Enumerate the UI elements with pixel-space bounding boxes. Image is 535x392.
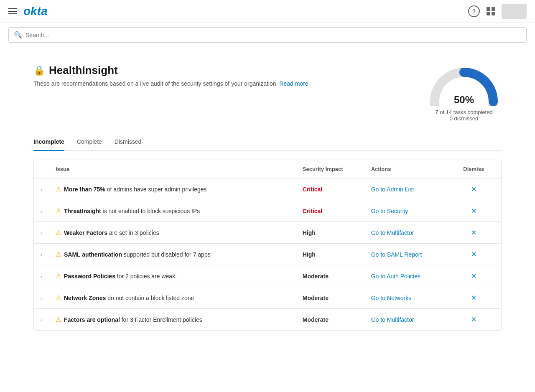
severity-badge: Moderate bbox=[303, 273, 329, 280]
row-dismiss-3: ✕ bbox=[446, 244, 501, 265]
row-dismiss-4: ✕ bbox=[446, 265, 501, 287]
dismiss-button[interactable]: ✕ bbox=[471, 272, 476, 280]
app-header: okta ? bbox=[0, 0, 535, 23]
warning-icon: ⚠ bbox=[56, 185, 61, 193]
page-title-row: 🔒 HealthInsight bbox=[33, 64, 308, 77]
row-expand-3[interactable]: › bbox=[34, 244, 49, 265]
severity-badge: Critical bbox=[303, 208, 322, 214]
warning-icon: ⚠ bbox=[56, 229, 61, 237]
action-link[interactable]: Go to Networks bbox=[371, 295, 411, 301]
table-row: › ⚠ Factors are optional for 3 Factor En… bbox=[34, 309, 501, 331]
row-dismiss-1: ✕ bbox=[446, 200, 501, 222]
search-input[interactable] bbox=[25, 32, 521, 38]
row-action-0: Go to Admin List bbox=[364, 178, 446, 200]
header-left: okta bbox=[8, 5, 48, 18]
dismiss-button[interactable]: ✕ bbox=[471, 294, 476, 301]
chevron-right-icon: › bbox=[41, 209, 42, 214]
table-row: › ⚠ SAML authentication supported but di… bbox=[34, 244, 501, 265]
search-icon: 🔍 bbox=[14, 31, 22, 39]
grid-icon[interactable] bbox=[487, 7, 495, 15]
row-expand-6[interactable]: › bbox=[34, 309, 49, 331]
row-issue-0: ⚠ More than 75% of admins have super adm… bbox=[49, 178, 296, 200]
row-action-4: Go to Auth Policies bbox=[364, 265, 446, 287]
main-content: 🔒 HealthInsight These are recommendation… bbox=[0, 47, 535, 347]
action-link[interactable]: Go to Admin List bbox=[371, 186, 414, 193]
row-issue-1: ⚠ ThreatInsight is not enabled to block … bbox=[49, 200, 296, 222]
chevron-right-icon: › bbox=[41, 230, 42, 236]
tab-incomplete[interactable]: Incomplete bbox=[33, 134, 64, 151]
dismiss-button[interactable]: ✕ bbox=[471, 316, 476, 323]
warning-icon: ⚠ bbox=[56, 316, 61, 323]
row-severity-5: Moderate bbox=[296, 287, 364, 309]
subtitle-text: These are recommendations based on a liv… bbox=[33, 80, 278, 87]
table-row: › ⚠ ThreatInsight is not enabled to bloc… bbox=[34, 200, 501, 222]
warning-icon: ⚠ bbox=[56, 250, 61, 258]
search-container: 🔍 bbox=[8, 27, 527, 43]
user-avatar[interactable] bbox=[502, 4, 527, 19]
row-dismiss-6: ✕ bbox=[446, 309, 501, 331]
issue-text: Factors are optional for 3 Factor Enroll… bbox=[64, 316, 202, 323]
row-expand-0[interactable]: › bbox=[34, 178, 49, 200]
chart-stats: 7 of 14 tasks completed 0 dismissed bbox=[426, 109, 502, 122]
row-severity-6: Moderate bbox=[296, 309, 364, 331]
severity-badge: Moderate bbox=[303, 316, 329, 323]
action-link[interactable]: Go to Multifactor bbox=[371, 316, 414, 323]
help-icon[interactable]: ? bbox=[468, 5, 480, 17]
row-dismiss-0: ✕ bbox=[446, 178, 501, 200]
read-more-link[interactable]: Read more bbox=[279, 80, 308, 87]
row-severity-0: Critical bbox=[296, 178, 364, 200]
donut-chart: 50% bbox=[426, 64, 502, 106]
dismiss-button[interactable]: ✕ bbox=[471, 186, 476, 193]
severity-badge: Critical bbox=[303, 186, 322, 193]
row-severity-4: Moderate bbox=[296, 265, 364, 287]
hamburger-menu[interactable] bbox=[8, 8, 17, 14]
issues-table: Issue Security Impact Actions Dismiss › … bbox=[34, 160, 501, 330]
row-expand-2[interactable]: › bbox=[34, 222, 49, 244]
action-link[interactable]: Go to Multifactor bbox=[371, 229, 414, 236]
row-issue-4: ⚠ Password Policies for 2 policies are w… bbox=[49, 265, 296, 287]
chart-area: 50% 7 of 14 tasks completed 0 dismissed bbox=[426, 64, 502, 122]
issue-text: Weaker Factors are set in 3 policies bbox=[64, 229, 159, 236]
row-action-2: Go to Multifactor bbox=[364, 222, 446, 244]
action-link[interactable]: Go to Security bbox=[371, 208, 408, 214]
action-link[interactable]: Go to Auth Policies bbox=[371, 273, 420, 280]
issue-text: Network Zones do not contain a block lis… bbox=[64, 295, 194, 301]
row-expand-5[interactable]: › bbox=[34, 287, 49, 309]
row-action-5: Go to Networks bbox=[364, 287, 446, 309]
issues-tbody: › ⚠ More than 75% of admins have super a… bbox=[34, 178, 501, 331]
th-expand bbox=[34, 160, 49, 178]
row-issue-3: ⚠ SAML authentication supported but disa… bbox=[49, 244, 296, 265]
tabs-container: Incomplete Complete Dismissed bbox=[33, 134, 502, 151]
issue-text: SAML authentication supported but disabl… bbox=[64, 251, 211, 258]
row-expand-1[interactable]: › bbox=[34, 200, 49, 222]
severity-badge: High bbox=[303, 229, 316, 236]
okta-logo: okta bbox=[23, 5, 48, 18]
warning-icon: ⚠ bbox=[56, 294, 61, 302]
tasks-completed: 7 of 14 tasks completed bbox=[426, 109, 502, 115]
severity-badge: High bbox=[303, 251, 316, 258]
header-right: ? bbox=[468, 4, 527, 19]
row-severity-3: High bbox=[296, 244, 364, 265]
row-expand-4[interactable]: › bbox=[34, 265, 49, 287]
issues-table-wrapper: Issue Security Impact Actions Dismiss › … bbox=[33, 160, 502, 331]
page-subtitle: These are recommendations based on a liv… bbox=[33, 80, 308, 87]
dismiss-button[interactable]: ✕ bbox=[471, 229, 476, 236]
row-dismiss-5: ✕ bbox=[446, 287, 501, 309]
search-bar-wrapper: 🔍 bbox=[0, 23, 535, 47]
dismiss-button[interactable]: ✕ bbox=[471, 207, 476, 214]
table-row: › ⚠ Password Policies for 2 policies are… bbox=[34, 265, 501, 287]
tab-complete[interactable]: Complete bbox=[77, 134, 102, 151]
row-issue-6: ⚠ Factors are optional for 3 Factor Enro… bbox=[49, 309, 296, 331]
donut-percent: 50% bbox=[426, 94, 502, 106]
row-severity-2: High bbox=[296, 222, 364, 244]
table-header-row: Issue Security Impact Actions Dismiss bbox=[34, 160, 501, 178]
tab-dismissed[interactable]: Dismissed bbox=[115, 134, 142, 151]
action-link[interactable]: Go to SAML Report bbox=[371, 251, 422, 258]
row-action-6: Go to Multifactor bbox=[364, 309, 446, 331]
row-issue-2: ⚠ Weaker Factors are set in 3 policies bbox=[49, 222, 296, 244]
warning-icon: ⚠ bbox=[56, 272, 61, 280]
lock-icon: 🔒 bbox=[33, 65, 45, 76]
page-header: 🔒 HealthInsight These are recommendation… bbox=[33, 64, 502, 122]
dismiss-button[interactable]: ✕ bbox=[471, 251, 476, 258]
table-row: › ⚠ More than 75% of admins have super a… bbox=[34, 178, 501, 200]
